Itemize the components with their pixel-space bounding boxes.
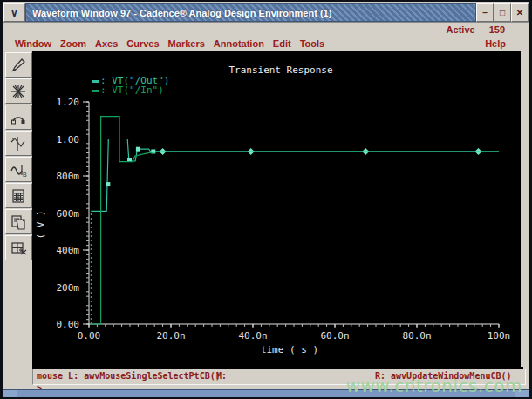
title-bar: ∨ Waveform Window 97 - Cadence® Analog D… bbox=[3, 3, 529, 23]
left-toolbar: B bbox=[4, 51, 32, 367]
y-tick-label: 200m bbox=[57, 282, 80, 294]
zoom-fit-button[interactable] bbox=[5, 78, 32, 104]
y-tick-label: 1.00 bbox=[57, 134, 80, 145]
right-gutter bbox=[521, 51, 529, 367]
pen-tool-button[interactable] bbox=[5, 52, 32, 78]
active-row: Active 159 bbox=[3, 23, 529, 36]
window-body: ∨ Waveform Window 97 - Cadence® Analog D… bbox=[3, 2, 529, 397]
subwindow-button[interactable] bbox=[5, 235, 32, 260]
x-tick-label: 60.0n bbox=[320, 330, 349, 342]
plot-svg: 0.00200m400m600m800m1.001.200.0020.0n40.… bbox=[32, 51, 523, 369]
maximize-icon: □ bbox=[500, 8, 505, 17]
trace-square-marker bbox=[106, 182, 110, 186]
title-stripe[interactable]: Waveform Window 97 - Cadence® Analog Des… bbox=[25, 3, 476, 22]
copy-window-icon bbox=[10, 213, 27, 231]
mouse-left-binding: mouse L: awvMouseSingleSelectPtCB() bbox=[37, 371, 221, 381]
window-menu-button[interactable]: ∨ bbox=[3, 3, 25, 22]
y-tick-label: 1.20 bbox=[57, 97, 80, 108]
legend-marker bbox=[92, 90, 99, 92]
x-tick-label: 20.0n bbox=[156, 330, 185, 342]
close-button[interactable]: ✕ bbox=[511, 3, 529, 22]
active-label: Active bbox=[447, 24, 475, 35]
strip-mode-button[interactable] bbox=[5, 105, 32, 130]
menu-help[interactable]: Help bbox=[485, 38, 506, 49]
mouse-middle-binding: M: bbox=[216, 371, 227, 381]
app-window: ∨ Waveform Window 97 - Cadence® Analog D… bbox=[0, 0, 532, 399]
arc-probe-icon bbox=[10, 109, 27, 126]
menu-edit[interactable]: Edit bbox=[273, 38, 291, 49]
y-tick-label: 0.00 bbox=[57, 319, 80, 330]
x-tick-label: 40.0n bbox=[238, 330, 267, 342]
maximize-button[interactable]: □ bbox=[494, 3, 511, 22]
legend-label: : VT("/In") bbox=[100, 85, 164, 96]
y-tick-label: 600m bbox=[57, 208, 80, 220]
menu-annotation[interactable]: Annotation bbox=[214, 38, 264, 49]
watermark-text: www.cntronics.com bbox=[346, 375, 522, 396]
menu-bar: Window Zoom Axes Curves Markers Annotati… bbox=[3, 36, 529, 51]
trace-square-marker bbox=[136, 147, 140, 152]
menu-window[interactable]: Window bbox=[15, 38, 51, 49]
calculator-button[interactable] bbox=[5, 183, 32, 208]
x-tick-label: 80.0n bbox=[402, 330, 431, 342]
pen-icon bbox=[10, 57, 27, 74]
menu-axes[interactable]: Axes bbox=[95, 38, 118, 49]
active-count: 159 bbox=[489, 24, 505, 35]
waveform-plot-area[interactable]: 0.00200m400m600m800m1.001.200.0020.0n40.… bbox=[32, 51, 523, 369]
waveform-b-button[interactable]: B bbox=[5, 157, 32, 182]
menu-tools[interactable]: Tools bbox=[300, 38, 325, 49]
x-tick-label: 0.00 bbox=[78, 330, 101, 342]
resize-corner-left[interactable] bbox=[3, 390, 17, 397]
plot-title: Transient Response bbox=[228, 64, 332, 76]
frame-separator bbox=[17, 390, 17, 397]
legend-marker bbox=[92, 80, 99, 83]
menu-curves[interactable]: Curves bbox=[126, 38, 159, 49]
minimize-button[interactable]: – bbox=[476, 3, 494, 22]
y-tick-label: 800m bbox=[57, 171, 80, 182]
marker-waveform-icon bbox=[10, 135, 27, 152]
window-title: Waveform Window 97 - Cadence® Analog Des… bbox=[26, 8, 331, 18]
minimize-icon: – bbox=[482, 8, 488, 17]
calculator-icon bbox=[10, 187, 27, 205]
svg-text:B: B bbox=[23, 172, 27, 178]
menu-zoom[interactable]: Zoom bbox=[60, 38, 86, 49]
y-axis-label: ( V ) bbox=[35, 210, 46, 239]
zoom-star-icon bbox=[10, 83, 27, 100]
chevron-down-icon: ∨ bbox=[10, 7, 18, 19]
cut-window-icon bbox=[10, 240, 27, 257]
copy-window-button[interactable] bbox=[5, 209, 32, 234]
menu-markers[interactable]: Markers bbox=[168, 38, 205, 49]
sine-b-icon: B bbox=[10, 161, 27, 179]
point-marker-button[interactable] bbox=[5, 131, 32, 156]
x-axis-label: time ( s ) bbox=[261, 344, 318, 355]
x-tick-label: 100n bbox=[488, 330, 511, 342]
trace-VT("/In")[interactable] bbox=[90, 117, 499, 324]
close-icon: ✕ bbox=[516, 8, 523, 17]
y-tick-label: 400m bbox=[57, 245, 80, 256]
